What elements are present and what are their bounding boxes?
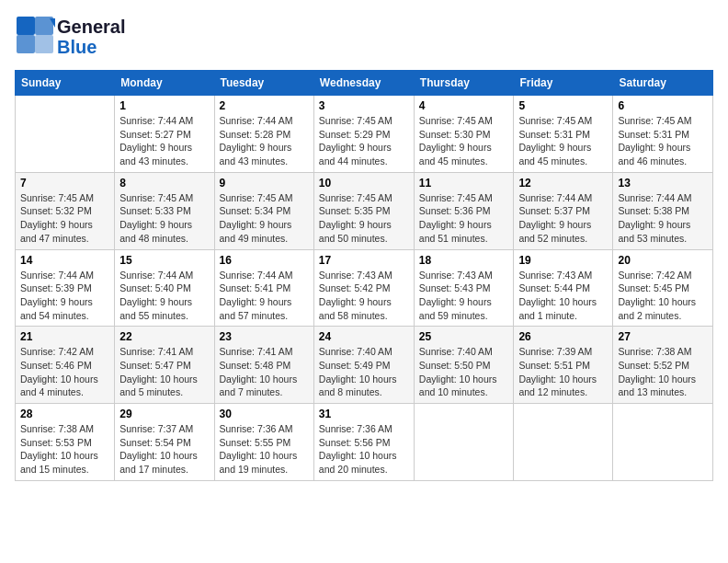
calendar-cell: 2Sunrise: 7:44 AMSunset: 5:28 PMDaylight… [214,96,313,173]
calendar-cell: 22Sunrise: 7:41 AMSunset: 5:47 PMDayligh… [115,327,214,404]
day-number: 26 [518,330,608,343]
day-number: 31 [319,408,409,420]
cell-info: Sunrise: 7:38 AMSunset: 5:53 PMDaylight:… [20,422,109,477]
day-number: 6 [618,99,708,112]
calendar-cell: 21Sunrise: 7:42 AMSunset: 5:46 PMDayligh… [16,327,115,404]
cell-info: Sunrise: 7:44 AMSunset: 5:28 PMDaylight:… [220,114,309,168]
day-number: 19 [518,254,608,267]
day-number: 5 [518,99,608,112]
logo-icon [15,15,55,55]
calendar-cell: 5Sunrise: 7:45 AMSunset: 5:31 PMDaylight… [514,96,613,173]
calendar-cell: 16Sunrise: 7:44 AMSunset: 5:41 PMDayligh… [214,249,313,327]
cell-info: Sunrise: 7:44 AMSunset: 5:39 PMDaylight:… [20,269,109,323]
calendar-cell: 9Sunrise: 7:45 AMSunset: 5:34 PMDaylight… [214,172,313,249]
day-number: 24 [319,330,409,343]
calendar-week-row: 14Sunrise: 7:44 AMSunset: 5:39 PMDayligh… [16,249,713,327]
cell-info: Sunrise: 7:45 AMSunset: 5:31 PMDaylight:… [518,114,608,168]
calendar-cell: 24Sunrise: 7:40 AMSunset: 5:49 PMDayligh… [313,327,414,404]
day-number: 28 [20,408,109,420]
calendar-cell: 11Sunrise: 7:45 AMSunset: 5:36 PMDayligh… [414,172,514,249]
cell-info: Sunrise: 7:45 AMSunset: 5:33 PMDaylight:… [119,191,209,246]
weekday-header-saturday: Saturday [613,71,713,96]
calendar-week-row: 21Sunrise: 7:42 AMSunset: 5:46 PMDayligh… [16,327,713,404]
cell-info: Sunrise: 7:44 AMSunset: 5:38 PMDaylight:… [618,191,708,246]
cell-info: Sunrise: 7:45 AMSunset: 5:31 PMDaylight:… [618,114,708,168]
day-number: 2 [220,99,309,112]
day-number: 11 [419,177,509,190]
cell-info: Sunrise: 7:40 AMSunset: 5:50 PMDaylight:… [419,345,509,399]
day-number: 13 [618,177,708,190]
cell-info: Sunrise: 7:38 AMSunset: 5:52 PMDaylight:… [618,345,708,399]
weekday-header-thursday: Thursday [414,71,514,96]
day-number: 7 [20,177,109,190]
day-number: 23 [220,330,309,343]
day-number: 18 [419,254,509,267]
calendar-cell [414,404,514,481]
logo: General Blue [15,15,125,59]
day-number: 8 [119,177,209,190]
calendar-cell [514,404,613,481]
cell-info: Sunrise: 7:45 AMSunset: 5:35 PMDaylight:… [319,191,409,246]
cell-info: Sunrise: 7:39 AMSunset: 5:51 PMDaylight:… [518,345,608,399]
calendar-cell: 29Sunrise: 7:37 AMSunset: 5:54 PMDayligh… [115,404,214,481]
cell-info: Sunrise: 7:44 AMSunset: 5:40 PMDaylight:… [119,269,209,323]
svg-rect-3 [35,35,53,53]
calendar-cell: 26Sunrise: 7:39 AMSunset: 5:51 PMDayligh… [514,327,613,404]
calendar-week-row: 1Sunrise: 7:44 AMSunset: 5:27 PMDaylight… [16,96,713,173]
cell-info: Sunrise: 7:44 AMSunset: 5:27 PMDaylight:… [119,114,209,168]
cell-info: Sunrise: 7:45 AMSunset: 5:32 PMDaylight:… [20,191,109,246]
day-number: 20 [618,254,708,267]
calendar-cell: 3Sunrise: 7:45 AMSunset: 5:29 PMDaylight… [313,96,414,173]
calendar-cell: 18Sunrise: 7:43 AMSunset: 5:43 PMDayligh… [414,249,514,327]
day-number: 29 [119,408,209,420]
calendar-cell: 23Sunrise: 7:41 AMSunset: 5:48 PMDayligh… [214,327,313,404]
calendar-cell: 13Sunrise: 7:44 AMSunset: 5:38 PMDayligh… [613,172,713,249]
calendar-cell: 14Sunrise: 7:44 AMSunset: 5:39 PMDayligh… [16,249,115,327]
cell-info: Sunrise: 7:37 AMSunset: 5:54 PMDaylight:… [119,422,209,477]
day-number: 22 [119,330,209,343]
calendar-cell: 10Sunrise: 7:45 AMSunset: 5:35 PMDayligh… [313,172,414,249]
cell-info: Sunrise: 7:45 AMSunset: 5:29 PMDaylight:… [319,114,409,168]
calendar-cell [16,96,115,173]
calendar-cell [613,404,713,481]
calendar-week-row: 28Sunrise: 7:38 AMSunset: 5:53 PMDayligh… [16,404,713,481]
svg-rect-0 [17,17,35,35]
weekday-header-wednesday: Wednesday [313,71,414,96]
calendar-cell: 4Sunrise: 7:45 AMSunset: 5:30 PMDaylight… [414,96,514,173]
day-number: 30 [220,408,309,420]
calendar-cell: 30Sunrise: 7:36 AMSunset: 5:55 PMDayligh… [214,404,313,481]
day-number: 16 [220,254,309,267]
cell-info: Sunrise: 7:43 AMSunset: 5:43 PMDaylight:… [419,269,509,323]
day-number: 25 [419,330,509,343]
calendar-cell: 27Sunrise: 7:38 AMSunset: 5:52 PMDayligh… [613,327,713,404]
calendar-cell: 19Sunrise: 7:43 AMSunset: 5:44 PMDayligh… [514,249,613,327]
cell-info: Sunrise: 7:45 AMSunset: 5:36 PMDaylight:… [419,191,509,246]
day-number: 10 [319,177,409,190]
calendar-cell: 1Sunrise: 7:44 AMSunset: 5:27 PMDaylight… [115,96,214,173]
day-number: 1 [119,99,209,112]
calendar-table: SundayMondayTuesdayWednesdayThursdayFrid… [15,70,713,481]
day-number: 15 [119,254,209,267]
cell-info: Sunrise: 7:44 AMSunset: 5:37 PMDaylight:… [518,191,608,246]
calendar-cell: 20Sunrise: 7:42 AMSunset: 5:45 PMDayligh… [613,249,713,327]
day-number: 12 [518,177,608,190]
calendar-cell: 6Sunrise: 7:45 AMSunset: 5:31 PMDaylight… [613,96,713,173]
cell-info: Sunrise: 7:40 AMSunset: 5:49 PMDaylight:… [319,345,409,399]
cell-info: Sunrise: 7:45 AMSunset: 5:34 PMDaylight:… [220,191,309,246]
calendar-week-row: 7Sunrise: 7:45 AMSunset: 5:32 PMDaylight… [16,172,713,249]
day-number: 21 [20,330,109,343]
day-number: 27 [618,330,708,343]
cell-info: Sunrise: 7:41 AMSunset: 5:48 PMDaylight:… [220,345,309,399]
cell-info: Sunrise: 7:43 AMSunset: 5:42 PMDaylight:… [319,269,409,323]
cell-info: Sunrise: 7:42 AMSunset: 5:46 PMDaylight:… [20,345,109,399]
cell-info: Sunrise: 7:44 AMSunset: 5:41 PMDaylight:… [220,269,309,323]
day-number: 14 [20,254,109,267]
calendar-cell: 12Sunrise: 7:44 AMSunset: 5:37 PMDayligh… [514,172,613,249]
cell-info: Sunrise: 7:45 AMSunset: 5:30 PMDaylight:… [419,114,509,168]
cell-info: Sunrise: 7:43 AMSunset: 5:44 PMDaylight:… [518,269,608,323]
cell-info: Sunrise: 7:36 AMSunset: 5:56 PMDaylight:… [319,422,409,477]
cell-info: Sunrise: 7:36 AMSunset: 5:55 PMDaylight:… [220,422,309,477]
day-number: 17 [319,254,409,267]
weekday-header-sunday: Sunday [16,71,115,96]
calendar-cell: 25Sunrise: 7:40 AMSunset: 5:50 PMDayligh… [414,327,514,404]
